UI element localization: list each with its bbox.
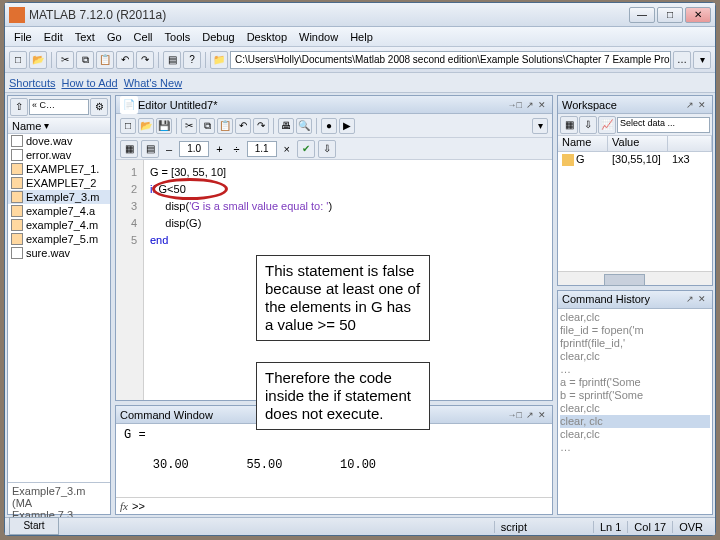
new-icon[interactable]: □ bbox=[120, 118, 136, 134]
status-bar: Start script Ln 1 Col 17 OVR bbox=[5, 517, 715, 535]
whatsnew-link[interactable]: What's New bbox=[124, 77, 182, 89]
copy-icon[interactable]: ⧉ bbox=[199, 118, 215, 134]
breakpoint-icon[interactable]: ● bbox=[321, 118, 337, 134]
list-item[interactable]: example7_4.m bbox=[8, 218, 110, 232]
cut-icon[interactable]: ✂ bbox=[181, 118, 197, 134]
history-item[interactable]: clear, clc bbox=[560, 415, 710, 428]
increment-input[interactable] bbox=[179, 141, 209, 157]
path-browse-button[interactable]: … bbox=[673, 51, 691, 69]
run-icon[interactable]: ▶ bbox=[339, 118, 355, 134]
folder-up-icon[interactable]: ⇧ bbox=[10, 98, 28, 116]
folder-select[interactable]: « C… bbox=[29, 99, 89, 115]
list-item[interactable]: EXAMPLE7_1. bbox=[8, 162, 110, 176]
editor-undock-icon[interactable]: ↗ bbox=[524, 100, 536, 110]
list-item[interactable]: sure.wav bbox=[8, 246, 110, 260]
ws-col-value[interactable]: Value bbox=[608, 136, 668, 151]
folder-icon[interactable]: 📁 bbox=[210, 51, 228, 69]
main-toolbar: □ 📂 ✂ ⧉ 📋 ↶ ↷ ▤ ? 📁 C:\Users\Holly\Docum… bbox=[5, 47, 715, 73]
cmdhist-undock-icon[interactable]: ↗ bbox=[684, 294, 696, 304]
fx-icon[interactable]: fx bbox=[120, 500, 128, 512]
undo-icon[interactable]: ↶ bbox=[116, 51, 134, 69]
command-output[interactable]: G = 30.00 55.00 10.00 bbox=[116, 424, 552, 497]
menu-go[interactable]: Go bbox=[102, 29, 127, 45]
open-icon[interactable]: 📂 bbox=[29, 51, 47, 69]
print-icon[interactable]: 🖶 bbox=[278, 118, 294, 134]
save-icon[interactable]: 💾 bbox=[156, 118, 172, 134]
simulink-icon[interactable]: ▤ bbox=[163, 51, 181, 69]
menu-window[interactable]: Window bbox=[294, 29, 343, 45]
new-file-icon[interactable]: □ bbox=[9, 51, 27, 69]
redo-icon[interactable]: ↷ bbox=[253, 118, 269, 134]
plot-icon[interactable]: 📈 bbox=[598, 116, 616, 134]
list-item[interactable]: EXAMPLE7_2 bbox=[8, 176, 110, 190]
history-item[interactable]: a = fprintf('Some bbox=[560, 376, 710, 389]
code-editor[interactable]: 1 2 3 4 5 G = [30, 55, 10] if G<50 disp(… bbox=[116, 160, 552, 400]
gear-icon[interactable]: ⚙ bbox=[90, 98, 108, 116]
redo-icon[interactable]: ↷ bbox=[136, 51, 154, 69]
undo-icon[interactable]: ↶ bbox=[235, 118, 251, 134]
menu-tools[interactable]: Tools bbox=[160, 29, 196, 45]
history-item[interactable]: file_id = fopen('m bbox=[560, 324, 710, 337]
current-folder-path[interactable]: C:\Users\Holly\Documents\Matlab 2008 sec… bbox=[230, 51, 671, 69]
menu-edit[interactable]: Edit bbox=[39, 29, 68, 45]
open-icon[interactable]: 📂 bbox=[138, 118, 154, 134]
cell-divider-icon[interactable]: ▤ bbox=[141, 140, 159, 158]
history-item[interactable]: clear,clc bbox=[560, 350, 710, 363]
ws-col-name[interactable]: Name bbox=[558, 136, 608, 151]
menu-help[interactable]: Help bbox=[345, 29, 378, 45]
howtoadd-link[interactable]: How to Add bbox=[61, 77, 117, 89]
history-item[interactable]: … bbox=[560, 441, 710, 454]
menu-debug[interactable]: Debug bbox=[197, 29, 239, 45]
cell-section-icon[interactable]: ▦ bbox=[120, 140, 138, 158]
cmdwin-min-icon[interactable]: →□ bbox=[506, 410, 524, 420]
close-button[interactable]: ✕ bbox=[685, 7, 711, 23]
find-icon[interactable]: 🔍 bbox=[296, 118, 312, 134]
history-item[interactable]: clear,clc bbox=[560, 428, 710, 441]
paste-icon[interactable]: 📋 bbox=[96, 51, 114, 69]
multiplier-input[interactable] bbox=[247, 141, 277, 157]
dropdown-icon[interactable]: ▾ bbox=[532, 118, 548, 134]
history-item[interactable]: fprintf(file_id,' bbox=[560, 337, 710, 350]
menu-text[interactable]: Text bbox=[70, 29, 100, 45]
workspace-close-icon[interactable]: ✕ bbox=[696, 100, 708, 110]
editor-close-icon[interactable]: ✕ bbox=[536, 100, 548, 110]
list-item[interactable]: dove.wav bbox=[8, 134, 110, 148]
history-item[interactable]: b = sprintf('Some bbox=[560, 389, 710, 402]
advance-icon[interactable]: ✔ bbox=[297, 140, 315, 158]
minimize-button[interactable]: ― bbox=[629, 7, 655, 23]
cut-icon[interactable]: ✂ bbox=[56, 51, 74, 69]
help-icon[interactable]: ? bbox=[183, 51, 201, 69]
editor-min-icon[interactable]: →□ bbox=[506, 100, 524, 110]
menu-file[interactable]: File bbox=[9, 29, 37, 45]
workspace-undock-icon[interactable]: ↗ bbox=[684, 100, 696, 110]
new-var-icon[interactable]: ▦ bbox=[560, 116, 578, 134]
eval-cell-icon[interactable]: ⇩ bbox=[318, 140, 336, 158]
shortcuts-link[interactable]: Shortcuts bbox=[9, 77, 55, 89]
path-up-icon[interactable]: ▾ bbox=[693, 51, 711, 69]
maximize-button[interactable]: □ bbox=[657, 7, 683, 23]
list-item[interactable]: Example7_3.m bbox=[8, 190, 110, 204]
line-gutter: 1 2 3 4 5 bbox=[116, 160, 144, 400]
history-item[interactable]: … bbox=[560, 363, 710, 376]
menu-cell[interactable]: Cell bbox=[129, 29, 158, 45]
start-button[interactable]: Start bbox=[9, 517, 59, 535]
list-item[interactable]: example7_5.m bbox=[8, 232, 110, 246]
name-column-header[interactable]: Name ▾ bbox=[8, 118, 110, 134]
stack-select[interactable]: Select data ... bbox=[617, 117, 710, 133]
workspace-scrollbar[interactable] bbox=[558, 271, 712, 285]
list-item[interactable]: example7_4.a bbox=[8, 204, 110, 218]
cmdwin-close-icon[interactable]: ✕ bbox=[536, 410, 548, 420]
annotation-box-1: This statement is false because at least… bbox=[256, 255, 430, 341]
list-item[interactable]: error.wav bbox=[8, 148, 110, 162]
cmdhist-close-icon[interactable]: ✕ bbox=[696, 294, 708, 304]
copy-icon[interactable]: ⧉ bbox=[76, 51, 94, 69]
workspace-row[interactable]: G [30,55,10] 1x3 bbox=[558, 152, 712, 167]
import-icon[interactable]: ⇩ bbox=[579, 116, 597, 134]
ws-col-extra[interactable] bbox=[668, 136, 712, 151]
history-item[interactable]: clear,clc bbox=[560, 402, 710, 415]
command-prompt-row[interactable]: fx >> bbox=[116, 497, 552, 514]
history-item[interactable]: clear,clc bbox=[560, 311, 710, 324]
menu-desktop[interactable]: Desktop bbox=[242, 29, 292, 45]
paste-icon[interactable]: 📋 bbox=[217, 118, 233, 134]
cmdwin-undock-icon[interactable]: ↗ bbox=[524, 410, 536, 420]
